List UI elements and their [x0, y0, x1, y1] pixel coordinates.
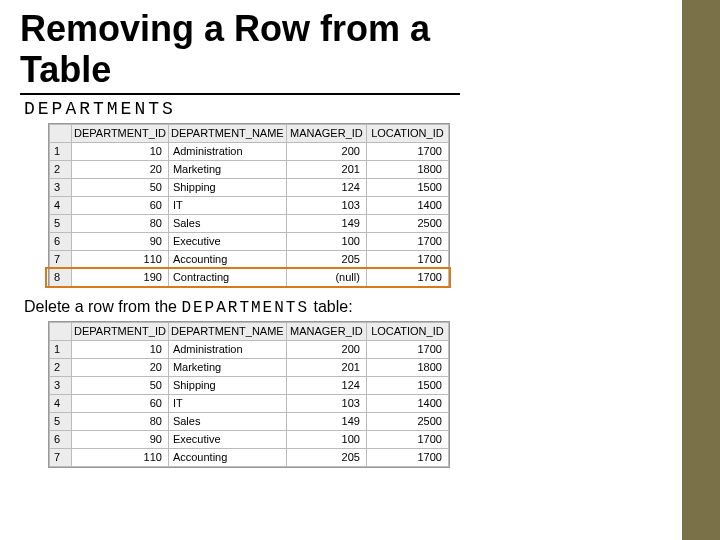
- cell-dept-id: 20: [72, 358, 169, 376]
- cell-dept-id: 10: [72, 340, 169, 358]
- cell-dept-name: Administration: [168, 142, 286, 160]
- cell-rownum: 3: [50, 178, 72, 196]
- cell-loc-id: 1700: [366, 340, 448, 358]
- col-dept-id: DEPARTMENT_ID: [72, 322, 169, 340]
- cell-rownum: 7: [50, 448, 72, 466]
- caption-suffix: table:: [309, 298, 353, 315]
- table-row: 8190Contracting(null)1700: [50, 268, 449, 286]
- cell-dept-id: 110: [72, 250, 169, 268]
- cell-dept-id: 80: [72, 214, 169, 232]
- cell-loc-id: 1700: [366, 268, 448, 286]
- cell-dept-id: 80: [72, 412, 169, 430]
- cell-dept-name: Contracting: [168, 268, 286, 286]
- cell-mgr-id: 124: [286, 178, 366, 196]
- cell-dept-name: IT: [168, 196, 286, 214]
- cell-mgr-id: 200: [286, 340, 366, 358]
- cell-dept-name: Administration: [168, 340, 286, 358]
- cell-loc-id: 1700: [366, 142, 448, 160]
- cell-rownum: 6: [50, 232, 72, 250]
- cell-dept-name: Shipping: [168, 376, 286, 394]
- table-before-wrap: DEPARTMENT_ID DEPARTMENT_NAME MANAGER_ID…: [48, 123, 450, 288]
- table-header-row: DEPARTMENT_ID DEPARTMENT_NAME MANAGER_ID…: [50, 322, 449, 340]
- cell-loc-id: 1500: [366, 376, 448, 394]
- table-header-row: DEPARTMENT_ID DEPARTMENT_NAME MANAGER_ID…: [50, 124, 449, 142]
- cell-dept-id: 90: [72, 232, 169, 250]
- cell-rownum: 2: [50, 160, 72, 178]
- cell-dept-id: 190: [72, 268, 169, 286]
- cell-dept-id: 50: [72, 376, 169, 394]
- cell-dept-id: 20: [72, 160, 169, 178]
- col-mgr-id: MANAGER_ID: [286, 124, 366, 142]
- cell-loc-id: 1700: [366, 250, 448, 268]
- table-row: 690Executive1001700: [50, 430, 449, 448]
- cell-dept-name: Sales: [168, 214, 286, 232]
- cell-mgr-id: 205: [286, 250, 366, 268]
- cell-mgr-id: 103: [286, 394, 366, 412]
- cell-rownum: 6: [50, 430, 72, 448]
- table-row: 460IT1031400: [50, 394, 449, 412]
- cell-loc-id: 2500: [366, 214, 448, 232]
- cell-dept-name: Accounting: [168, 448, 286, 466]
- cell-mgr-id: 201: [286, 160, 366, 178]
- title-block: Removing a Row from a Table: [20, 8, 460, 95]
- cell-rownum: 8: [50, 268, 72, 286]
- table-row: 220Marketing2011800: [50, 160, 449, 178]
- table-name-label: DEPARTMENTS: [24, 99, 670, 119]
- cell-loc-id: 1700: [366, 232, 448, 250]
- table-row: 220Marketing2011800: [50, 358, 449, 376]
- cell-mgr-id: 149: [286, 214, 366, 232]
- cell-loc-id: 1400: [366, 196, 448, 214]
- departments-table-before: DEPARTMENT_ID DEPARTMENT_NAME MANAGER_ID…: [49, 124, 449, 287]
- col-rownum: [50, 322, 72, 340]
- cell-dept-id: 110: [72, 448, 169, 466]
- table-row: 110Administration2001700: [50, 340, 449, 358]
- cell-loc-id: 1500: [366, 178, 448, 196]
- cell-dept-id: 90: [72, 430, 169, 448]
- cell-mgr-id: 201: [286, 358, 366, 376]
- cell-dept-name: Executive: [168, 232, 286, 250]
- cell-dept-name: Marketing: [168, 160, 286, 178]
- col-dept-name: DEPARTMENT_NAME: [168, 322, 286, 340]
- cell-loc-id: 1700: [366, 430, 448, 448]
- col-loc-id: LOCATION_ID: [366, 322, 448, 340]
- cell-dept-name: Marketing: [168, 358, 286, 376]
- slide-title: Removing a Row from a Table: [20, 8, 460, 91]
- cell-rownum: 7: [50, 250, 72, 268]
- caption-table-name: DEPARTMENTS: [181, 299, 309, 317]
- table-row: 690Executive1001700: [50, 232, 449, 250]
- cell-dept-name: IT: [168, 394, 286, 412]
- cell-dept-id: 60: [72, 196, 169, 214]
- cell-dept-name: Accounting: [168, 250, 286, 268]
- cell-rownum: 5: [50, 412, 72, 430]
- slide-content: Removing a Row from a Table DEPARTMENTS …: [0, 0, 720, 472]
- caption-text: Delete a row from the DEPARTMENTS table:: [24, 298, 670, 317]
- cell-dept-id: 60: [72, 394, 169, 412]
- cell-rownum: 5: [50, 214, 72, 232]
- col-dept-name: DEPARTMENT_NAME: [168, 124, 286, 142]
- table-row: 350Shipping1241500: [50, 178, 449, 196]
- cell-rownum: 4: [50, 196, 72, 214]
- cell-rownum: 2: [50, 358, 72, 376]
- cell-rownum: 4: [50, 394, 72, 412]
- cell-rownum: 1: [50, 340, 72, 358]
- caption-prefix: Delete a row from the: [24, 298, 181, 315]
- col-loc-id: LOCATION_ID: [366, 124, 448, 142]
- cell-dept-name: Shipping: [168, 178, 286, 196]
- cell-mgr-id: 100: [286, 430, 366, 448]
- cell-rownum: 1: [50, 142, 72, 160]
- cell-mgr-id: 205: [286, 448, 366, 466]
- col-rownum: [50, 124, 72, 142]
- cell-mgr-id: 103: [286, 196, 366, 214]
- table-row: 580Sales1492500: [50, 214, 449, 232]
- col-mgr-id: MANAGER_ID: [286, 322, 366, 340]
- col-dept-id: DEPARTMENT_ID: [72, 124, 169, 142]
- cell-mgr-id: 100: [286, 232, 366, 250]
- cell-dept-id: 10: [72, 142, 169, 160]
- cell-mgr-id: 200: [286, 142, 366, 160]
- cell-rownum: 3: [50, 376, 72, 394]
- table-row: 580Sales1492500: [50, 412, 449, 430]
- table-after-wrap: DEPARTMENT_ID DEPARTMENT_NAME MANAGER_ID…: [48, 321, 450, 468]
- table-row: 350Shipping1241500: [50, 376, 449, 394]
- departments-table-after: DEPARTMENT_ID DEPARTMENT_NAME MANAGER_ID…: [49, 322, 449, 467]
- cell-loc-id: 1700: [366, 448, 448, 466]
